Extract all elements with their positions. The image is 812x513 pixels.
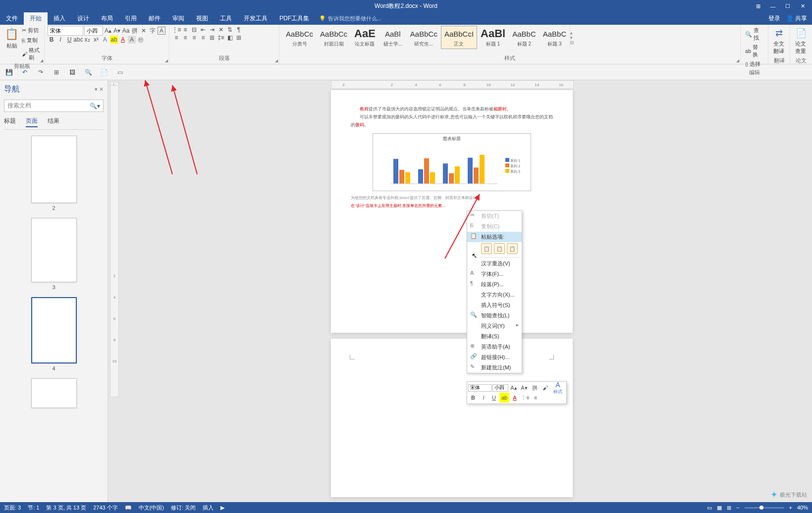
context-menu-item[interactable]: ⊕英语助手(A) — [467, 342, 522, 352]
decrease-indent-icon[interactable]: ⇤ — [199, 26, 207, 34]
style-item[interactable]: AaBbCc封面日期 — [317, 26, 351, 49]
status-insert[interactable]: 插入 — [203, 504, 214, 512]
print-layout-icon[interactable]: ▦ — [717, 505, 722, 511]
style-item[interactable]: AaBbCcI正文 — [441, 26, 477, 49]
mini-font-color-icon[interactable]: A — [510, 393, 520, 403]
tab-references[interactable]: 引用 — [119, 12, 143, 25]
status-page[interactable]: 页面: 3 — [4, 504, 21, 512]
mini-italic-icon[interactable]: I — [479, 393, 488, 403]
web-layout-icon[interactable]: ⊞ — [727, 505, 731, 511]
paper-check-button[interactable]: 📄 论文查重 — [793, 26, 809, 57]
tab-file[interactable]: 文件 — [0, 12, 24, 25]
nav-tab-pages[interactable]: 页面 — [26, 117, 38, 127]
subscript-icon[interactable]: x₂ — [83, 36, 91, 44]
textbox-icon[interactable]: ▭ — [116, 68, 124, 76]
enclose-icon[interactable]: 字 — [149, 27, 157, 35]
status-lang[interactable]: 中文(中国) — [139, 504, 164, 512]
status-spellcheck-icon[interactable]: 📖 — [125, 505, 132, 511]
tell-me-search[interactable]: 💡告诉我您想要做什么... — [315, 12, 385, 25]
increase-indent-icon[interactable]: ⇥ — [208, 26, 216, 34]
mini-bold-icon[interactable]: B — [468, 393, 478, 403]
tab-mailings[interactable]: 邮件 — [143, 12, 166, 25]
shading-icon[interactable]: ◧ — [226, 34, 234, 42]
paste-option-1[interactable]: 📋 — [494, 243, 505, 254]
vertical-ruler[interactable]: 246810 — [110, 85, 119, 397]
tab-design[interactable]: 设计 — [71, 12, 95, 25]
paragraph-launcher-icon[interactable]: ◢ — [275, 58, 278, 63]
bullets-icon[interactable]: ⋮≡ — [172, 26, 180, 34]
italic-icon[interactable]: I — [56, 36, 64, 44]
context-menu-item[interactable]: A字体(F)... — [467, 269, 522, 279]
styles-more-icon[interactable]: ⊟ — [570, 40, 578, 45]
align-left-icon[interactable]: ≡ — [172, 34, 180, 42]
paste-button[interactable]: 📋 粘贴 — [3, 26, 20, 62]
select-button[interactable]: ▯选择 — [744, 59, 765, 69]
status-section[interactable]: 节: 1 — [28, 504, 39, 512]
mini-styles-button[interactable]: A样式 — [550, 383, 565, 393]
page-icon[interactable]: 📄 — [100, 68, 108, 76]
minimize-button[interactable]: — — [765, 0, 780, 12]
context-menu-item[interactable]: 汉字重选(V) — [467, 258, 522, 269]
strikethrough-icon[interactable]: abc — [74, 36, 82, 44]
tab-tools[interactable]: 工具 — [214, 12, 238, 25]
styles-scroll-down-icon[interactable]: ▾ — [570, 35, 578, 40]
format-painter-button[interactable]: 🖌格式刷 — [20, 46, 41, 62]
style-item[interactable]: AaBl标题 1 — [477, 26, 509, 49]
ribbon-options-button[interactable]: ⊞ — [751, 0, 765, 12]
nav-search-input[interactable]: 搜索文档 — [7, 102, 31, 110]
context-menu-item[interactable]: 📋粘贴选项: — [467, 232, 522, 242]
tab-view[interactable]: 视图 — [190, 12, 214, 25]
status-macro-icon[interactable]: ▶ — [220, 505, 224, 511]
multilevel-icon[interactable]: ⊟ — [190, 26, 198, 34]
char-border-icon[interactable]: A — [158, 27, 165, 35]
page-thumbnail[interactable] — [31, 218, 77, 282]
find-button[interactable]: 🔍查找 — [744, 26, 765, 43]
replace-button[interactable]: ab替换 — [744, 43, 765, 59]
highlight-icon[interactable]: ab — [110, 36, 118, 44]
mini-phonetic-icon[interactable]: 拼 — [530, 383, 540, 393]
font-size-combo[interactable] — [84, 26, 103, 36]
translate-button[interactable]: ⇄ 全文翻译 — [771, 26, 787, 57]
mini-highlight-icon[interactable]: ab — [499, 393, 509, 403]
nav-tab-headings[interactable]: 标题 — [4, 117, 16, 127]
grow-font-icon[interactable]: A▴ — [104, 27, 112, 35]
zoom-slider[interactable] — [745, 507, 784, 509]
close-button[interactable]: ✕ — [795, 0, 810, 12]
line-spacing-icon[interactable]: ‡≡ — [217, 34, 225, 42]
paste-option-2[interactable]: 📋 — [507, 243, 518, 254]
borders-icon[interactable]: ⊞ — [235, 34, 243, 42]
nav-dropdown-icon[interactable]: ▾ — [95, 86, 98, 92]
context-menu-item[interactable]: 翻译(S) — [467, 331, 522, 342]
nav-close-icon[interactable]: ✕ — [99, 86, 104, 92]
tab-pdf[interactable]: PDF工具集 — [273, 12, 315, 25]
tab-layout[interactable]: 布局 — [95, 12, 119, 25]
page-thumbnail[interactable] — [31, 378, 77, 408]
login-button[interactable]: 登录 — [768, 14, 780, 23]
context-menu-item[interactable]: ✎新建批注(M) — [467, 362, 522, 373]
find-qat-icon[interactable]: 🔍 — [84, 68, 92, 76]
mini-bullets-icon[interactable]: ⋮≡ — [520, 393, 530, 403]
search-icon[interactable]: 🔍▾ — [90, 103, 100, 109]
align-right-icon[interactable]: ≡ — [190, 34, 198, 42]
mini-numbering-icon[interactable]: ≡ — [531, 393, 541, 403]
context-menu-item[interactable]: 同义词(Y) — [467, 321, 522, 331]
horizontal-ruler[interactable]: 2246810121416 — [331, 80, 574, 89]
underline-icon[interactable]: U — [65, 36, 73, 44]
context-menu-item[interactable]: ¶段落(P)... — [467, 279, 522, 290]
document-page[interactable]: 教程提供了市载强大的内容选用锁定证明品的观点。当单击来新粉被截断时, 可以丰整要… — [331, 90, 573, 333]
mini-format-painter-icon[interactable]: 🖌 — [540, 383, 550, 393]
sort-icon[interactable]: ⇅ — [226, 26, 234, 34]
share-button[interactable]: 👤 共享 — [786, 14, 807, 23]
style-item[interactable]: AaE论文标题 — [351, 26, 379, 49]
style-item[interactable]: AaBbCc研究生... — [407, 26, 441, 49]
context-menu-item[interactable]: 🔗超链接(H)... — [467, 352, 522, 362]
text-effects-icon[interactable]: A — [101, 36, 109, 44]
zoom-in-icon[interactable]: + — [789, 505, 792, 511]
bold-icon[interactable]: B — [48, 36, 55, 44]
superscript-icon[interactable]: x² — [92, 36, 100, 44]
zoom-level[interactable]: 40% — [797, 505, 808, 511]
paste-option-0[interactable]: 📋 — [481, 243, 492, 254]
page-thumbnail[interactable] — [31, 136, 77, 203]
read-mode-icon[interactable]: ▭ — [707, 505, 712, 511]
zoom-out-icon[interactable]: − — [736, 505, 739, 511]
